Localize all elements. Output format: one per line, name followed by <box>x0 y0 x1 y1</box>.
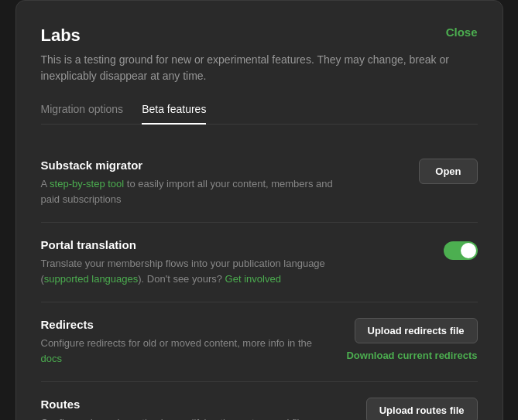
toggle-knob <box>461 243 476 258</box>
section-portal-right <box>444 238 478 260</box>
section-portal-left: Portal translation Translate your member… <box>41 238 335 286</box>
modal-description: This is a testing ground for new or expe… <box>41 52 478 84</box>
section-substack-left: Substack migrator A step-by-step tool to… <box>41 159 335 207</box>
open-button[interactable]: Open <box>419 159 477 184</box>
close-button[interactable]: Close <box>446 26 478 39</box>
routes-title: Routes <box>41 398 335 411</box>
portal-translation-toggle[interactable] <box>444 241 478 260</box>
portal-desc: Translate your membership flows into you… <box>41 256 335 286</box>
modal-header: Labs Close <box>41 26 478 46</box>
section-substack: Substack migrator A step-by-step tool to… <box>41 143 478 223</box>
tab-migration[interactable]: Migration options <box>41 103 124 125</box>
substack-desc: A step-by-step tool to easily import all… <box>41 176 335 207</box>
section-substack-right: Open <box>419 159 477 184</box>
section-redirects-right: Upload redirects file Download current r… <box>346 318 477 361</box>
substack-title: Substack migrator <box>41 159 335 172</box>
toggle-wrapper <box>444 238 478 260</box>
modal-title: Labs <box>41 26 81 46</box>
upload-routes-button[interactable]: Upload routes file <box>366 398 478 420</box>
download-redirects-button[interactable]: Download current redirects <box>346 350 477 361</box>
tab-beta-features[interactable]: Beta features <box>142 103 206 125</box>
section-routes-left: Routes Configure dynamic routing by modi… <box>41 398 335 420</box>
section-routes-right: Upload routes file Download current rout… <box>358 398 478 420</box>
section-redirects: Redirects Configure redirects for old or… <box>41 302 478 382</box>
redirects-title: Redirects <box>41 318 334 331</box>
modal: Labs Close This is a testing ground for … <box>15 0 503 420</box>
section-redirects-left: Redirects Configure redirects for old or… <box>41 318 334 366</box>
section-routes: Routes Configure dynamic routing by modi… <box>41 382 478 420</box>
routes-desc: Configure dynamic routing by modifying t… <box>41 415 335 420</box>
portal-title: Portal translation <box>41 238 335 251</box>
step-by-step-link[interactable]: step-by-step tool <box>50 178 124 190</box>
redirects-docs-link[interactable]: docs <box>41 353 62 364</box>
get-involved-link[interactable]: Get involved <box>225 273 281 285</box>
tabs-container: Migration options Beta features <box>41 103 478 125</box>
redirects-desc: Configure redirects for old or moved con… <box>41 336 334 366</box>
upload-redirects-button[interactable]: Upload redirects file <box>355 318 478 343</box>
section-portal: Portal translation Translate your member… <box>41 223 478 302</box>
supported-languages-link[interactable]: supported languages <box>44 273 138 285</box>
